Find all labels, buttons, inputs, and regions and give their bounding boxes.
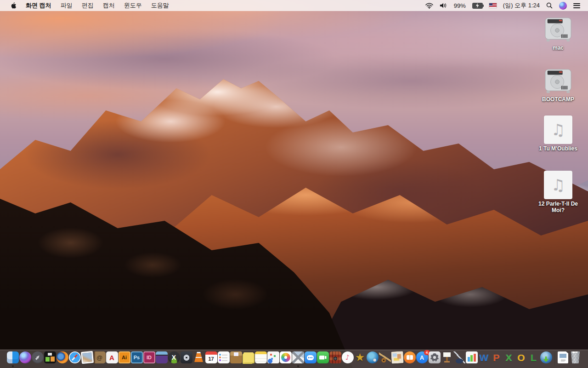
- dock-icon-safari[interactable]: [69, 351, 81, 368]
- hard-drive-icon: [544, 17, 572, 43]
- media-player-icon: [367, 351, 379, 363]
- wifi-icon: [425, 3, 433, 9]
- input-source-menu-item[interactable]: [486, 3, 500, 8]
- dock-icon-doc-reader[interactable]: [267, 351, 279, 368]
- dock-icon-app-store[interactable]: A4: [416, 351, 428, 368]
- search-icon: [546, 2, 553, 9]
- menu-help[interactable]: 도움말: [147, 1, 174, 10]
- dock-icon-collage[interactable]: [391, 351, 403, 368]
- dock-icon-imovie[interactable]: ★: [354, 351, 366, 368]
- dock-icon-preview[interactable]: [81, 351, 93, 368]
- dock-icon-unarchiver[interactable]: [230, 351, 242, 368]
- itunes-icon: ♪: [342, 351, 354, 363]
- dock-icon-reminders[interactable]: [218, 351, 230, 368]
- siri-menu-item[interactable]: [556, 2, 570, 10]
- dock-icon-pages[interactable]: [453, 351, 465, 368]
- dock-icon-launchpad[interactable]: [32, 351, 44, 368]
- dock-icon-garageband[interactable]: [379, 351, 391, 368]
- siri-icon: [559, 2, 567, 10]
- dock-icon-downloader[interactable]: [540, 351, 552, 368]
- dock-icon-lync[interactable]: L: [528, 351, 540, 368]
- dock-icon-powerpoint[interactable]: P: [491, 351, 503, 368]
- apple-menu[interactable]: [6, 2, 21, 10]
- dock-icon-numbers[interactable]: [466, 351, 478, 368]
- dock-icon-notes[interactable]: [255, 351, 267, 368]
- dock-icon-ibooks[interactable]: [404, 351, 416, 368]
- notification-center-menu-item[interactable]: [570, 3, 583, 8]
- dock-icon-xld[interactable]: X: [168, 351, 180, 368]
- dock-icon-photoshop[interactable]: Ps: [131, 351, 143, 368]
- dock-icon-messages[interactable]: [305, 351, 317, 368]
- dock-icon-disk-tool[interactable]: [181, 351, 192, 368]
- desktop-icon-music-2[interactable]: ♫ 12 Parle-T-Il De Moi?: [535, 171, 581, 213]
- dock-icon-document[interactable]: [557, 351, 569, 368]
- unarchiver-icon: [230, 351, 242, 363]
- battery-icon: [472, 3, 483, 9]
- menu-bar-status: 99% (일) 오후 1:24: [422, 1, 588, 10]
- apple-logo-icon: [10, 2, 17, 10]
- dock-icon-photos[interactable]: [280, 351, 292, 368]
- menu-bar-clock[interactable]: (일) 오후 1:24: [500, 1, 543, 10]
- illustrator-icon: Ai: [119, 351, 130, 363]
- us-flag-icon: [489, 3, 497, 8]
- dock-icon-siri[interactable]: [19, 351, 31, 368]
- dock-icon-itunes[interactable]: ♪: [342, 351, 354, 368]
- menu-edit[interactable]: 편집: [77, 1, 98, 10]
- vlc-icon: [193, 351, 205, 363]
- dock-icon-excel[interactable]: X: [503, 351, 515, 368]
- battery-menu-item[interactable]: [469, 3, 486, 9]
- menu-capture[interactable]: 캡처: [98, 1, 119, 10]
- charging-bolt-icon: [475, 3, 480, 8]
- desktop-icon-music-1[interactable]: ♫ 1 Tu M'Oublies: [535, 115, 581, 152]
- spotlight-menu-item[interactable]: [543, 2, 556, 9]
- battery-percent[interactable]: 99%: [451, 2, 469, 9]
- doc-reader-icon: [267, 351, 279, 363]
- toast-icon: [156, 351, 168, 363]
- desktop-icon-label: mac: [553, 45, 564, 51]
- hard-drive-icon: [544, 68, 572, 95]
- finder-icon: [7, 351, 19, 363]
- app-store-icon: A4: [416, 351, 428, 363]
- desktop-icon-mac[interactable]: mac: [535, 17, 581, 51]
- dock-icon-illustrator[interactable]: Ai: [119, 351, 130, 368]
- app-menu-title[interactable]: 화면 캡처: [21, 1, 56, 10]
- notes-icon: [255, 351, 267, 363]
- volume-menu-item[interactable]: [436, 2, 451, 9]
- dock-icon-facetime[interactable]: [317, 351, 329, 368]
- preview-icon: [80, 351, 93, 364]
- dock-icon-stickies[interactable]: [243, 351, 254, 368]
- dock-icon-indesign[interactable]: ID: [143, 351, 155, 368]
- music-note-icon: ♫: [551, 121, 565, 139]
- keynote-icon: [441, 351, 453, 363]
- dock-icon-finder[interactable]: [7, 351, 19, 368]
- dock-icon-mission-control[interactable]: [44, 351, 56, 368]
- dock-icon-media-player[interactable]: [367, 351, 379, 368]
- menu-file[interactable]: 파일: [56, 1, 77, 10]
- dock-icon-photo-booth[interactable]: [329, 351, 341, 368]
- dock-icon-keynote[interactable]: [441, 351, 453, 368]
- desktop-icon-bootcamp[interactable]: BOOTCAMP: [535, 68, 581, 103]
- menu-window[interactable]: 윈도우: [119, 1, 147, 10]
- desktop-icon-label: 1 Tu M'Oublies: [539, 145, 577, 152]
- dock-icon-sys-prefs[interactable]: [429, 351, 441, 368]
- dock-icon-vlc[interactable]: [193, 351, 205, 368]
- messages-icon: [305, 351, 317, 363]
- dock-icon-outlook[interactable]: O: [515, 351, 527, 368]
- photos-icon: [280, 351, 292, 363]
- dock-icon-acrobat[interactable]: A: [106, 351, 118, 368]
- dock-icon-word[interactable]: W: [478, 351, 490, 368]
- imovie-icon: ★: [354, 351, 366, 363]
- garageband-icon: [379, 351, 391, 363]
- dock-icon-contacts[interactable]: @: [94, 351, 106, 368]
- powerpoint-icon: P: [491, 351, 503, 363]
- audio-file-icon: ♫: [544, 115, 572, 144]
- dock-icon-firefox[interactable]: [57, 351, 68, 368]
- wifi-menu-item[interactable]: [422, 3, 436, 9]
- photo-booth-icon: [329, 351, 341, 363]
- desktop-icon-label: 12 Parle-T-Il De Moi?: [535, 201, 581, 213]
- menu-bar: 화면 캡처 파일 편집 캡처 윈도우 도움말: [0, 0, 588, 11]
- dock-icon-grab[interactable]: [292, 351, 304, 368]
- dock-icon-toast[interactable]: [156, 351, 168, 368]
- dock-icon-calendar[interactable]: 17: [205, 351, 217, 368]
- dock-icon-trash[interactable]: [570, 351, 582, 368]
